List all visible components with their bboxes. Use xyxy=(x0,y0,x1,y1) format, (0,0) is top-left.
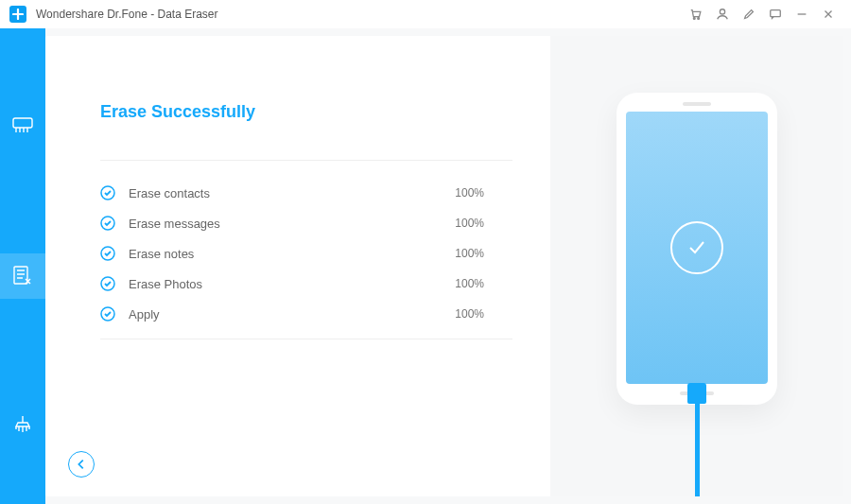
svg-rect-3 xyxy=(771,10,781,17)
window-title: Wondershare Dr.Fone - Data Eraser xyxy=(36,8,218,21)
svg-rect-4 xyxy=(13,118,32,128)
task-label: Erase contacts xyxy=(129,186,455,200)
svg-point-0 xyxy=(693,18,695,20)
edit-icon[interactable] xyxy=(736,1,762,27)
task-row: Erase contacts 100% xyxy=(100,178,512,208)
back-button[interactable] xyxy=(68,451,95,478)
task-percent: 100% xyxy=(455,277,484,290)
task-percent: 100% xyxy=(455,217,484,230)
nav-cleanup[interactable] xyxy=(0,403,45,448)
success-check-icon xyxy=(670,221,723,274)
task-list: Erase contacts 100% Erase messages 100% … xyxy=(100,178,512,329)
svg-rect-5 xyxy=(14,267,27,284)
sidebar xyxy=(0,28,45,504)
task-row: Apply 100% xyxy=(100,299,512,329)
svg-point-2 xyxy=(720,9,724,14)
cart-icon[interactable] xyxy=(683,1,709,27)
task-percent: 100% xyxy=(455,247,484,260)
titlebar: Wondershare Dr.Fone - Data Eraser xyxy=(0,0,851,28)
phone-illustration xyxy=(617,93,777,405)
svg-point-1 xyxy=(698,18,700,20)
divider xyxy=(100,339,512,339)
content-card: Erase Successfully Erase contacts 100% E… xyxy=(45,36,843,496)
user-icon[interactable] xyxy=(709,1,736,27)
main-area: Erase Successfully Erase contacts 100% E… xyxy=(45,28,851,504)
nav-shredder[interactable] xyxy=(0,104,45,149)
nav-erase-data[interactable] xyxy=(0,253,45,299)
usb-plug xyxy=(687,383,706,404)
divider xyxy=(100,160,512,161)
check-icon xyxy=(100,216,115,231)
app-logo xyxy=(9,6,26,23)
usb-cable xyxy=(686,383,707,496)
task-row: Erase Photos 100% xyxy=(100,269,512,299)
task-label: Erase notes xyxy=(129,247,455,261)
minimize-button[interactable] xyxy=(789,1,815,27)
phone-earpiece xyxy=(683,102,711,106)
task-percent: 100% xyxy=(455,307,484,321)
task-percent: 100% xyxy=(455,186,484,200)
task-label: Erase Photos xyxy=(129,277,455,291)
task-label: Erase messages xyxy=(129,217,455,231)
feedback-icon[interactable] xyxy=(762,1,789,27)
task-row: Erase notes 100% xyxy=(100,238,512,269)
task-row: Erase messages 100% xyxy=(100,208,512,238)
check-icon xyxy=(100,246,115,261)
page-title: Erase Successfully xyxy=(100,102,512,122)
device-preview xyxy=(550,36,843,496)
task-label: Apply xyxy=(129,307,455,322)
check-icon xyxy=(100,185,115,200)
close-button[interactable] xyxy=(815,1,842,27)
phone-screen xyxy=(626,112,768,384)
results-pane: Erase Successfully Erase contacts 100% E… xyxy=(45,36,550,496)
check-icon xyxy=(100,306,115,322)
check-icon xyxy=(100,276,115,291)
usb-wire xyxy=(695,404,700,496)
